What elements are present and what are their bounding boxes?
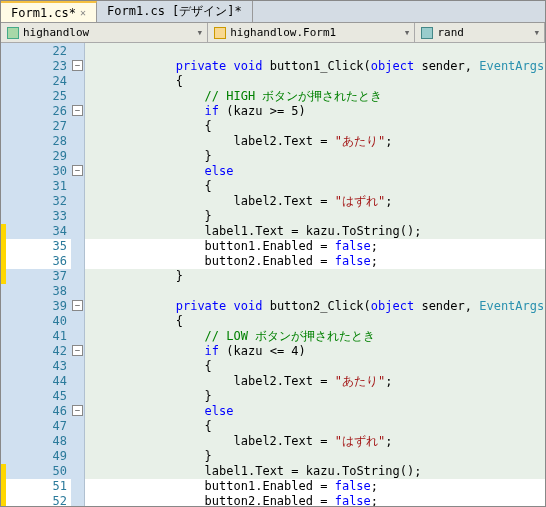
line-number: 26−	[1, 104, 71, 119]
change-marker	[1, 494, 6, 506]
class-icon	[214, 27, 226, 39]
code-line[interactable]: if (kazu >= 5)	[85, 104, 545, 119]
code-line[interactable]: label2.Text = "あたり";	[85, 374, 545, 389]
close-icon[interactable]: ✕	[80, 7, 86, 18]
line-number: 52	[1, 494, 71, 506]
line-number: 50	[1, 464, 71, 479]
line-number: 48	[1, 434, 71, 449]
code-line[interactable]: label1.Text = kazu.ToString();	[85, 464, 545, 479]
line-number: 25	[1, 89, 71, 104]
tab-bar: Form1.cs*✕ Form1.cs [デザイン]*	[1, 1, 545, 23]
line-number: 32	[1, 194, 71, 209]
fold-toggle[interactable]: −	[72, 345, 83, 356]
code-line[interactable]: label1.Text = kazu.ToString();	[85, 224, 545, 239]
code-line[interactable]: private void button1_Click(object sender…	[85, 59, 545, 74]
dropdown-value: rand	[437, 26, 464, 39]
code-line[interactable]: }	[85, 209, 545, 224]
line-number: 22	[1, 44, 71, 59]
line-number: 30−	[1, 164, 71, 179]
dropdown-value: highandlow	[23, 26, 89, 39]
line-number: 28	[1, 134, 71, 149]
code-line[interactable]: {	[85, 179, 545, 194]
dropdown-value: highandlow.Form1	[230, 26, 336, 39]
change-marker	[1, 479, 6, 494]
line-number: 40	[1, 314, 71, 329]
change-marker	[1, 224, 6, 239]
code-line[interactable]	[85, 284, 545, 299]
code-editor[interactable]: 2223−242526−27282930−313233343536373839−…	[1, 43, 545, 506]
code-line[interactable]: }	[85, 449, 545, 464]
navigation-dropdowns: highandlow highandlow.Form1 rand	[1, 23, 545, 43]
class-dropdown[interactable]: highandlow.Form1	[208, 23, 415, 42]
fold-toggle[interactable]: −	[72, 405, 83, 416]
line-number-gutter: 2223−242526−27282930−313233343536373839−…	[1, 43, 71, 506]
code-line[interactable]: button1.Enabled = false;	[85, 479, 545, 494]
line-number: 46−	[1, 404, 71, 419]
csharp-icon	[7, 27, 19, 39]
line-number: 42−	[1, 344, 71, 359]
line-number: 45	[1, 389, 71, 404]
fold-toggle[interactable]: −	[72, 165, 83, 176]
change-marker	[1, 464, 6, 479]
code-line[interactable]: {	[85, 119, 545, 134]
code-line[interactable]: // LOW ボタンが押されたとき	[85, 329, 545, 344]
line-number: 38	[1, 284, 71, 299]
code-line[interactable]: else	[85, 164, 545, 179]
code-line[interactable]: }	[85, 269, 545, 284]
line-number: 37	[1, 269, 71, 284]
change-marker	[1, 239, 6, 254]
member-dropdown[interactable]: rand	[415, 23, 545, 42]
code-line[interactable]	[85, 44, 545, 59]
namespace-dropdown[interactable]: highandlow	[1, 23, 208, 42]
code-line[interactable]: {	[85, 359, 545, 374]
line-number: 44	[1, 374, 71, 389]
line-number: 29	[1, 149, 71, 164]
change-marker	[1, 254, 6, 269]
code-line[interactable]: label2.Text = "はずれ";	[85, 434, 545, 449]
line-number: 33	[1, 209, 71, 224]
code-area[interactable]: private void button1_Click(object sender…	[85, 43, 545, 506]
fold-toggle[interactable]: −	[72, 300, 83, 311]
line-number: 49	[1, 449, 71, 464]
field-icon	[421, 27, 433, 39]
code-line[interactable]: {	[85, 74, 545, 89]
tab-label: Form1.cs [デザイン]*	[107, 3, 242, 20]
code-line[interactable]: }	[85, 149, 545, 164]
code-line[interactable]: button1.Enabled = false;	[85, 239, 545, 254]
line-number: 27	[1, 119, 71, 134]
line-number: 41	[1, 329, 71, 344]
line-number: 24	[1, 74, 71, 89]
code-line[interactable]: else	[85, 404, 545, 419]
line-number: 36	[1, 254, 71, 269]
tab-form1-design[interactable]: Form1.cs [デザイン]*	[97, 1, 253, 22]
line-number: 51	[1, 479, 71, 494]
code-line[interactable]: label2.Text = "あたり";	[85, 134, 545, 149]
line-number: 34	[1, 224, 71, 239]
fold-toggle[interactable]: −	[72, 60, 83, 71]
line-number: 31	[1, 179, 71, 194]
line-number: 39−	[1, 299, 71, 314]
tab-label: Form1.cs*	[11, 6, 76, 20]
code-line[interactable]: {	[85, 419, 545, 434]
fold-toggle[interactable]: −	[72, 105, 83, 116]
change-marker	[1, 269, 6, 284]
code-line[interactable]: label2.Text = "はずれ";	[85, 194, 545, 209]
code-line[interactable]: }	[85, 389, 545, 404]
tab-form1-cs[interactable]: Form1.cs*✕	[1, 1, 97, 22]
line-number: 47	[1, 419, 71, 434]
code-line[interactable]: {	[85, 314, 545, 329]
line-number: 23−	[1, 59, 71, 74]
code-line[interactable]: private void button2_Click(object sender…	[85, 299, 545, 314]
code-line[interactable]: // HIGH ボタンが押されたとき	[85, 89, 545, 104]
code-line[interactable]: button2.Enabled = false;	[85, 254, 545, 269]
code-line[interactable]: if (kazu <= 4)	[85, 344, 545, 359]
code-line[interactable]: button2.Enabled = false;	[85, 494, 545, 506]
line-number: 35	[1, 239, 71, 254]
line-number: 43	[1, 359, 71, 374]
